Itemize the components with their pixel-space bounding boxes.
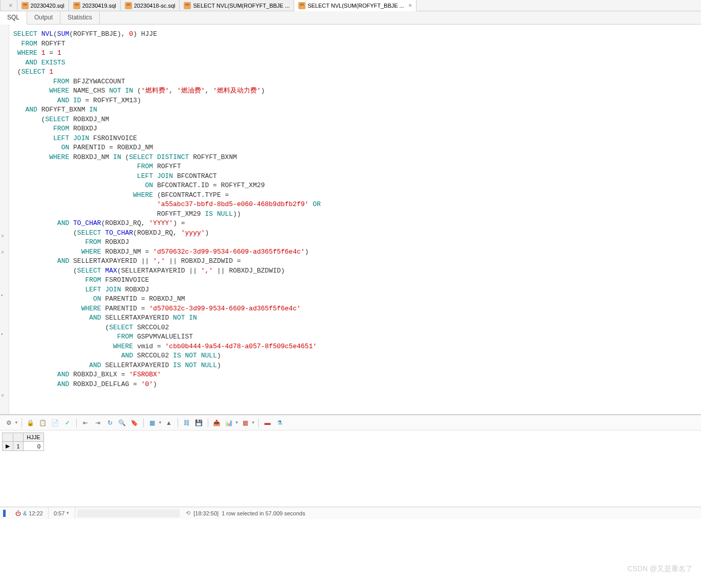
editor-sub-tabs: SQL Output Statistics: [0, 11, 701, 25]
gutter-marker-icon: ×: [1, 250, 4, 255]
dropdown-icon[interactable]: ▼: [251, 420, 255, 425]
dropdown-icon[interactable]: ▼: [65, 511, 70, 515]
file-tab-label: 20230420.sql: [31, 3, 64, 9]
results-grid[interactable]: HJJE ▶ 1 0: [0, 431, 701, 453]
settings-icon[interactable]: ⚙: [3, 417, 14, 428]
autoscroll-icon[interactable]: ⟲: [186, 510, 190, 516]
sql-file-icon: [298, 2, 305, 9]
close-icon[interactable]: ×: [408, 2, 412, 9]
file-tab-label: SELECT NVL(SUM(ROFYFT_BBJE ...: [308, 3, 404, 9]
export-icon[interactable]: 📤: [211, 417, 223, 428]
sql-file-icon: [184, 2, 191, 9]
editor-area: × × • • × SELECT NVL(SUM(ROFYFT_BBJE), 0…: [0, 25, 701, 414]
dropdown-icon[interactable]: ▼: [14, 420, 18, 425]
file-tab-1[interactable]: 20230419.sql: [69, 0, 121, 11]
watermark: CSDN @又是重名了: [627, 564, 693, 574]
grid-icon[interactable]: ▦: [147, 417, 158, 428]
lock-icon[interactable]: 🔒: [25, 417, 36, 428]
gutter: × × • • ×: [0, 25, 9, 414]
status-msg-time: [18:32:50]: [193, 510, 218, 516]
file-tab-partial[interactable]: ×: [0, 0, 17, 11]
tab-sql[interactable]: SQL: [0, 11, 27, 25]
cell-value[interactable]: 0: [24, 442, 44, 451]
tab-statistics[interactable]: Statistics: [60, 11, 100, 24]
tab-output[interactable]: Output: [27, 11, 60, 24]
gutter-marker-icon: •: [1, 331, 3, 337]
dropdown-icon[interactable]: ▼: [235, 420, 239, 425]
row-indicator: ▶: [3, 442, 13, 451]
gutter-marker-icon: ×: [1, 233, 4, 239]
ampersand-label: &: [23, 510, 27, 516]
gutter-marker-icon: •: [1, 292, 3, 298]
collapse-icon[interactable]: ▲: [163, 417, 174, 428]
file-tab-bar: × 20230420.sql 20230419.sql 20230418-sc.…: [0, 0, 701, 11]
stop-icon[interactable]: ⏻: [15, 510, 21, 516]
close-icon[interactable]: ×: [9, 2, 13, 9]
chart-icon[interactable]: 📊: [224, 417, 235, 428]
check-icon[interactable]: ✓: [62, 417, 73, 428]
nav-last-icon[interactable]: ⇥: [92, 417, 103, 428]
copy-icon[interactable]: 📋: [37, 417, 49, 428]
column-header[interactable]: HJJE: [24, 433, 44, 442]
grid-corner: [3, 433, 13, 442]
paste-icon[interactable]: 📄: [50, 417, 61, 428]
file-tab-label: 20230419.sql: [82, 3, 116, 9]
status-time1: 12:22: [29, 510, 43, 516]
save-icon[interactable]: 💾: [193, 417, 205, 428]
file-tab-3[interactable]: SELECT NVL(SUM(ROFYFT_BBJE ...: [180, 0, 294, 11]
results-toolbar: ⚙ ▼ 🔒 📋 📄 ✓ ⇤ ⇥ ↻ 🔍 🔖 ▦ ▼ ▲ ⛓ 💾 📤 📊 ▼ ▦ …: [0, 415, 701, 431]
sql-file-icon: [21, 2, 29, 9]
row-number: 1: [13, 442, 24, 451]
status-bar: ⏻ & 12:22 0:57 ▼ ⟲ [18:32:50] 1 row sele…: [0, 507, 701, 519]
table-row[interactable]: ▶ 1 0: [3, 442, 44, 451]
grid-corner: [13, 433, 24, 442]
delete-icon[interactable]: ▬: [262, 417, 273, 428]
progress-icon: [3, 510, 8, 517]
file-tab-0[interactable]: 20230420.sql: [17, 0, 69, 11]
search-icon[interactable]: 🔍: [117, 417, 128, 428]
file-tab-2[interactable]: 20230418-sc.sql: [121, 0, 180, 11]
sql-file-icon: [125, 2, 132, 9]
file-tab-label: SELECT NVL(SUM(ROFYFT_BBJE ...: [193, 3, 290, 9]
status-msg-text: 1 row selected in 57.009 seconds: [222, 510, 305, 516]
link-icon[interactable]: ⛓: [181, 417, 192, 428]
status-time2: 0:57: [54, 510, 64, 516]
gutter-marker-icon: ×: [1, 393, 4, 398]
sql-editor[interactable]: SELECT NVL(SUM(ROFYFT_BBJE), 0) HJJE FRO…: [9, 25, 701, 414]
status-blank: [77, 509, 180, 517]
table-icon[interactable]: ▦: [240, 417, 251, 428]
results-panel: ⚙ ▼ 🔒 📋 📄 ✓ ⇤ ⇥ ↻ 🔍 🔖 ▦ ▼ ▲ ⛓ 💾 📤 📊 ▼ ▦ …: [0, 415, 701, 507]
filter-icon[interactable]: ⚗: [274, 417, 286, 428]
dropdown-icon[interactable]: ▼: [158, 420, 162, 425]
file-tab-label: 20230418-sc.sql: [134, 3, 176, 9]
file-tab-4[interactable]: SELECT NVL(SUM(ROFYFT_BBJE ... ×: [294, 0, 417, 11]
refresh-icon[interactable]: ↻: [104, 417, 116, 428]
sql-file-icon: [73, 2, 80, 9]
bookmark-icon[interactable]: 🔖: [129, 417, 140, 428]
nav-first-icon[interactable]: ⇤: [80, 417, 91, 428]
